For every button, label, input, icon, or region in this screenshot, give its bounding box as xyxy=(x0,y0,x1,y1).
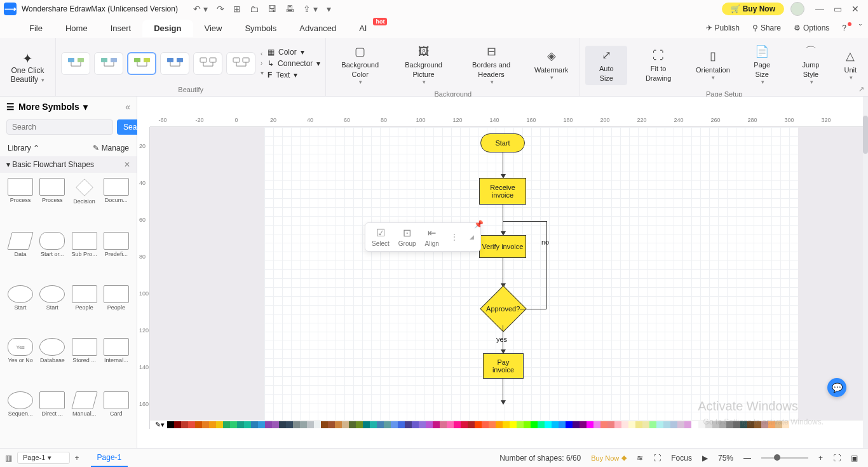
color-swatch[interactable] xyxy=(670,421,677,428)
shape-item[interactable]: Manual... xyxy=(69,391,100,443)
new-icon[interactable]: ⊞ xyxy=(233,4,241,14)
connector-no-v[interactable] xyxy=(546,221,547,309)
color-swatch[interactable] xyxy=(524,421,531,428)
shape-section-header[interactable]: ▾ Basic Flowchart Shapes ✕ xyxy=(0,156,137,173)
menu-view[interactable]: View xyxy=(193,20,234,37)
publish-button[interactable]: ✈ Publish xyxy=(700,20,746,36)
color-swatch[interactable] xyxy=(719,421,726,428)
menu-file[interactable]: File xyxy=(18,20,54,37)
float-align-button[interactable]: ⇤Align xyxy=(425,227,439,247)
color-swatch[interactable] xyxy=(475,421,482,428)
color-swatch[interactable] xyxy=(377,421,384,428)
color-swatch[interactable] xyxy=(642,421,649,428)
close-button[interactable]: ✕ xyxy=(846,4,864,14)
zoom-in-button[interactable]: + xyxy=(813,454,828,463)
shape-item[interactable]: Sub Pro... xyxy=(69,232,100,283)
shape-item[interactable]: YesYes or No xyxy=(5,338,36,389)
theme-chip-3[interactable] xyxy=(127,52,156,75)
shape-item[interactable]: Direct ... xyxy=(37,391,67,443)
shape-item[interactable]: Start xyxy=(37,285,67,337)
layers-icon[interactable]: ≋ xyxy=(632,454,648,463)
page-list-icon[interactable]: ▥ xyxy=(5,454,12,463)
color-swatch[interactable] xyxy=(356,421,363,428)
scrollbar-thumb[interactable] xyxy=(863,116,868,154)
color-swatch[interactable] xyxy=(188,421,195,428)
color-swatch[interactable] xyxy=(517,421,524,428)
color-swatch[interactable] xyxy=(223,421,230,428)
color-swatch[interactable] xyxy=(552,421,559,428)
color-swatch[interactable] xyxy=(461,421,468,428)
export-icon[interactable]: ⇪ ▾ xyxy=(303,4,318,14)
menu-insert[interactable]: Insert xyxy=(99,20,143,37)
shape-item[interactable]: Predefi... xyxy=(101,232,132,283)
shape-item[interactable]: People xyxy=(69,285,100,337)
node-receive[interactable]: Receiveinvoice xyxy=(479,178,526,205)
unit-button[interactable]: △Unit▾ xyxy=(837,46,863,84)
color-swatch[interactable] xyxy=(398,421,405,428)
color-swatch[interactable] xyxy=(489,421,496,428)
fit-drawing-button[interactable]: ⛶Fit to Drawing xyxy=(631,46,686,85)
color-swatch[interactable] xyxy=(496,421,503,428)
text-menu[interactable]: F Text ▾ xyxy=(268,71,320,79)
color-swatch[interactable] xyxy=(272,421,279,428)
focus-button[interactable]: Focus xyxy=(666,454,697,463)
color-swatch[interactable] xyxy=(454,421,461,428)
color-swatch[interactable] xyxy=(412,421,419,428)
shape-item[interactable]: People xyxy=(101,285,132,337)
color-swatch[interactable] xyxy=(531,421,538,428)
color-swatch[interactable] xyxy=(566,421,573,428)
color-swatch[interactable] xyxy=(691,421,698,428)
color-swatch[interactable] xyxy=(349,421,356,428)
zoom-level[interactable]: 75% xyxy=(713,454,738,463)
share-button[interactable]: ⚲ Share xyxy=(746,20,787,36)
symbol-search-input[interactable] xyxy=(6,119,113,135)
shape-item[interactable]: Stored ... xyxy=(69,338,100,389)
menu-ai[interactable]: AIhot xyxy=(348,20,378,37)
float-resize-icon[interactable]: ◢ xyxy=(470,234,474,240)
color-swatch[interactable] xyxy=(300,421,307,428)
color-swatch[interactable] xyxy=(286,421,293,428)
color-swatch[interactable] xyxy=(405,421,412,428)
color-swatch[interactable] xyxy=(754,421,761,428)
shape-item[interactable]: Docum... xyxy=(101,178,132,231)
color-swatch[interactable] xyxy=(663,421,670,428)
orientation-button[interactable]: ▯Orientation▾ xyxy=(689,46,736,84)
color-swatch[interactable] xyxy=(621,421,628,428)
color-swatch[interactable] xyxy=(426,421,433,428)
menu-symbols[interactable]: Symbols xyxy=(233,20,288,37)
redo-icon[interactable]: ↷ xyxy=(217,4,224,14)
color-swatch[interactable] xyxy=(419,421,426,428)
bg-color-button[interactable]: ▢Background Color▾ xyxy=(331,42,389,89)
shape-item[interactable]: Start or... xyxy=(37,232,67,283)
color-swatch[interactable] xyxy=(181,421,188,428)
user-avatar[interactable] xyxy=(790,2,804,16)
shape-item[interactable]: Process xyxy=(5,178,36,231)
shape-item[interactable]: Start xyxy=(5,285,36,337)
color-swatch[interactable] xyxy=(321,421,328,428)
color-swatch[interactable] xyxy=(251,421,258,428)
maximize-button[interactable]: ▭ xyxy=(829,4,846,14)
theme-chip-2[interactable] xyxy=(94,52,123,75)
collapse-ribbon-button[interactable]: ˇ xyxy=(853,20,868,36)
theme-chip-5[interactable] xyxy=(193,52,222,75)
minimize-button[interactable]: — xyxy=(811,4,829,14)
menu-home[interactable]: Home xyxy=(54,20,99,37)
color-swatch[interactable] xyxy=(265,421,272,428)
color-swatch[interactable] xyxy=(600,421,607,428)
borders-button[interactable]: ⊟Borders and Headers▾ xyxy=(458,42,524,89)
node-verify[interactable]: Verify invoice xyxy=(479,235,526,258)
manage-button[interactable]: ✎ Manage xyxy=(93,144,129,152)
float-group-button[interactable]: ⊡Group xyxy=(398,227,416,247)
save-icon[interactable]: 🖫 xyxy=(268,4,276,14)
color-swatch[interactable] xyxy=(635,421,642,428)
theme-more-icon[interactable]: ▾ xyxy=(261,69,264,76)
color-swatch[interactable] xyxy=(202,421,209,428)
color-swatch[interactable] xyxy=(510,421,517,428)
color-swatch[interactable] xyxy=(363,421,370,428)
page-setup-dialog-icon[interactable]: ↗ xyxy=(858,85,864,93)
color-swatch[interactable] xyxy=(328,421,335,428)
node-start[interactable]: Start xyxy=(480,133,525,152)
theme-chip-6[interactable] xyxy=(226,52,255,75)
color-swatch[interactable] xyxy=(314,421,321,428)
theme-prev-icon[interactable]: ‹ xyxy=(261,50,264,57)
